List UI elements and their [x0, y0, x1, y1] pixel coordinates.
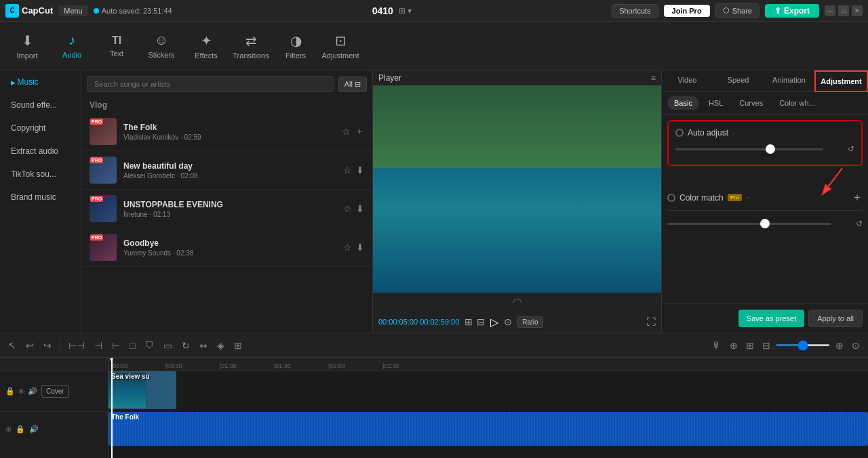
audio-extra-button[interactable]: ⊕	[5, 425, 12, 434]
track-visibility-button[interactable]: 👁	[18, 388, 25, 396]
subtab-curves[interactable]: Curves	[732, 96, 770, 110]
shortcuts-button[interactable]: Shortcuts	[612, 4, 658, 18]
tl-zoom-out[interactable]: ⊟	[760, 338, 773, 353]
player-video	[373, 85, 661, 293]
song-favorite-2[interactable]: ☆	[343, 165, 352, 175]
song-item-1[interactable]: PRO The Folk Vladislav Kumikov · 02:59 ☆…	[81, 112, 372, 151]
tool-effects[interactable]: ✦ Effects	[184, 24, 228, 68]
bottom-slider[interactable]	[667, 223, 831, 225]
player-area: Player ≡ ◠ 00:00:05:00 00:02:59:00 ⊞ ⊟ ▷…	[373, 70, 661, 333]
maximize-button[interactable]: □	[838, 5, 849, 16]
tool-adjustment[interactable]: ⊡ Adjustment	[319, 24, 362, 68]
timeline-zoom-slider[interactable]	[776, 344, 830, 346]
song-artist-2: Aleksei Gorobetc · 02:08	[123, 172, 336, 180]
tool-filters[interactable]: ◑ Filters	[274, 24, 317, 68]
audio-clip[interactable]: The Folk	[108, 412, 868, 446]
song-item-3[interactable]: PRO UNSTOPPABLE EVENING finetune · 02:13…	[81, 190, 372, 228]
tl-sticker-edit[interactable]: ◈	[214, 338, 227, 353]
pro-badge-2: PRO	[90, 157, 103, 163]
export-button[interactable]: ⬆ Export	[765, 4, 819, 18]
tl-mask[interactable]: ⛉	[142, 338, 157, 353]
song-download-4[interactable]: ⬇	[356, 242, 364, 253]
color-match-add-button[interactable]: ＋	[852, 190, 863, 205]
track-lock-button[interactable]: 🔒	[5, 387, 15, 396]
tl-undo[interactable]: ↩	[23, 338, 37, 353]
sidebar-item-copyright[interactable]: Copyright	[3, 118, 78, 138]
tl-loop[interactable]: ↻	[179, 338, 193, 353]
sidebar-item-brand-music[interactable]: Brand music	[3, 187, 78, 207]
auto-adjust-radio[interactable]	[675, 129, 684, 137]
search-input[interactable]	[87, 76, 334, 92]
tab-video[interactable]: Video	[662, 70, 713, 91]
tl-redo[interactable]: ↪	[41, 338, 54, 353]
song-item-4[interactable]: PRO Goodbye Yummy Sounds · 02:38 ☆ ⬇	[81, 228, 372, 267]
tool-transitions[interactable]: ⇄ Transitions	[229, 24, 273, 68]
sidebar-item-sound-effects[interactable]: Sound effe...	[3, 95, 78, 115]
tool-stickers[interactable]: ☺ Stickers	[140, 24, 183, 68]
share-button[interactable]: ⬡ Share	[715, 3, 760, 18]
tl-link-clip[interactable]: ⊕	[727, 338, 741, 353]
close-button[interactable]: ✕	[852, 5, 863, 16]
song-item-2[interactable]: PRO New beautiful day Aleksei Gorobetc ·…	[81, 151, 372, 190]
song-favorite-1[interactable]: ☆	[342, 126, 351, 137]
tool-import[interactable]: ⬇ Import	[5, 24, 49, 68]
tool-text[interactable]: TI Text	[95, 24, 138, 68]
frame-view-button[interactable]: ⊟	[477, 316, 485, 327]
tl-select-tool[interactable]: ↖	[5, 338, 19, 353]
grid-view-button[interactable]: ⊞	[465, 316, 473, 327]
join-pro-button[interactable]: Join Pro	[664, 5, 710, 17]
tl-crop[interactable]: ⊞	[231, 338, 245, 353]
auto-adjust-reset[interactable]: ↺	[848, 144, 854, 154]
tl-zoom-in[interactable]: ⊕	[833, 338, 846, 353]
play-button[interactable]: ▷	[490, 316, 498, 329]
tl-split[interactable]: ⊢⊣	[66, 338, 87, 353]
tab-animation[interactable]: Animation	[764, 70, 814, 91]
tl-mic-button[interactable]: 🎙	[709, 338, 724, 353]
record-button[interactable]: ⊙	[504, 316, 512, 327]
sidebar-item-music[interactable]: Music	[3, 72, 78, 92]
text-icon: TI	[112, 35, 121, 47]
ratio-button[interactable]: Ratio	[517, 316, 542, 328]
apply-to-all-button[interactable]: Apply to all	[808, 310, 863, 327]
track-audio-button[interactable]: 🔊	[28, 387, 37, 396]
sidebar-item-extract-audio[interactable]: Extract audio	[3, 141, 78, 161]
menu-button[interactable]: Menu	[58, 5, 88, 16]
bottom-slider-reset[interactable]: ↺	[856, 219, 863, 228]
player-menu-icon[interactable]: ≡	[651, 73, 656, 83]
auto-adjust-slider[interactable]	[675, 148, 823, 150]
song-favorite-4[interactable]: ☆	[343, 242, 352, 253]
display-options-button[interactable]: ⊞ ▾	[399, 6, 412, 16]
song-add-1[interactable]: ＋	[355, 125, 364, 138]
audio-volume-button[interactable]: 🔊	[29, 425, 39, 434]
song-download-2[interactable]: ⬇	[356, 165, 364, 175]
audio-icon: ♪	[68, 33, 75, 48]
tl-transform[interactable]: ▭	[161, 338, 175, 353]
tl-flip[interactable]: ⇔	[197, 338, 210, 353]
import-label: Import	[16, 51, 37, 60]
video-clip[interactable]: Sea view su	[108, 371, 176, 409]
cover-button[interactable]: Cover	[41, 385, 69, 398]
tl-split-view[interactable]: ⊞	[743, 338, 757, 353]
color-match-radio[interactable]	[667, 194, 675, 202]
timeline-ruler: |00:00 |00:30 |01:00 |01:30 |02:00 |02:3…	[108, 358, 868, 371]
tab-adjustment[interactable]: Adjustment	[814, 70, 868, 92]
tab-speed[interactable]: Speed	[713, 70, 764, 91]
sidebar-item-tiktok-sounds[interactable]: TikTok sou...	[3, 164, 78, 184]
tool-audio[interactable]: ♪ Audio	[50, 24, 94, 68]
tl-delete[interactable]: □	[127, 338, 138, 353]
all-filter-button[interactable]: All ⊟	[338, 77, 367, 92]
subtab-color-wheel[interactable]: Color wh...	[772, 96, 822, 110]
song-download-3[interactable]: ⬇	[356, 203, 364, 214]
subtab-basic[interactable]: Basic	[667, 96, 699, 110]
minimize-button[interactable]: —	[825, 5, 835, 16]
save-as-preset-button[interactable]: Save as preset	[738, 310, 804, 327]
audio-lock-button[interactable]: 🔒	[16, 425, 25, 434]
fullscreen-button[interactable]: ⛶	[646, 316, 656, 327]
tl-trim-left[interactable]: ⊣	[92, 338, 105, 353]
subtab-hsl[interactable]: HSL	[702, 96, 730, 110]
song-favorite-3[interactable]: ☆	[343, 203, 352, 214]
tl-trim-right[interactable]: ⊢	[109, 338, 123, 353]
effects-icon: ✦	[201, 33, 212, 49]
tl-fit-view[interactable]: ⊙	[849, 338, 863, 353]
window-controls: — □ ✕	[825, 5, 863, 16]
